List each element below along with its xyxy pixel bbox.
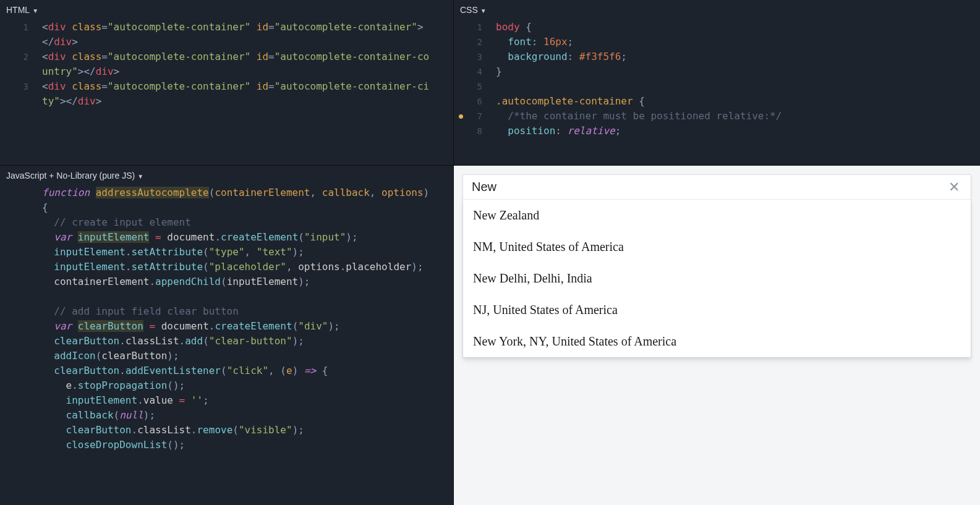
code-content: [42, 289, 453, 304]
code-content: inputElement.setAttribute("placeholder",…: [42, 260, 453, 274]
html-panel-header[interactable]: HTML ▼: [0, 0, 453, 20]
autocomplete-item[interactable]: NJ, United States of America: [463, 294, 971, 326]
autocomplete-item[interactable]: New Delhi, Delhi, India: [463, 263, 971, 294]
code-content: closeDropDownList();: [42, 438, 453, 452]
code-line[interactable]: callback(null);: [0, 408, 453, 423]
code-line[interactable]: 1<div class="autocomplete-container" id=…: [0, 20, 453, 49]
code-content: font: 16px;: [496, 35, 980, 49]
code-content: inputElement.value = '';: [42, 393, 453, 408]
code-content: var clearButton = document.createElement…: [42, 319, 453, 334]
line-number: 6: [454, 94, 496, 109]
code-content: var inputElement = document.createElemen…: [42, 230, 453, 245]
line-number: 8: [454, 124, 496, 138]
code-content: }: [496, 64, 980, 79]
css-panel: CSS ▼ 1body {2 font: 16px;3 background: …: [454, 0, 980, 165]
code-content: addIcon(clearButton);: [42, 349, 453, 363]
autocomplete-item[interactable]: New York, NY, United States of America: [463, 326, 971, 357]
code-line[interactable]: 3<div class="autocomplete-container" id=…: [0, 79, 453, 109]
line-number: 2: [0, 49, 42, 64]
code-line[interactable]: containerElement.appendChild(inputElemen…: [0, 274, 453, 289]
chevron-down-icon: ▼: [32, 7, 38, 14]
js-panel: JavaScript + No-Library (pure JS) ▼ func…: [0, 166, 453, 505]
code-line[interactable]: [0, 289, 453, 304]
code-content: e.stopPropagation();: [42, 378, 453, 393]
code-content: <div class="autocomplete-container" id="…: [42, 79, 453, 109]
code-line[interactable]: // create input element: [0, 215, 453, 230]
code-content: .autocomplete-container {: [496, 94, 980, 109]
code-content: clearButton.classList.add("clear-button"…: [42, 334, 453, 349]
code-line[interactable]: inputElement.setAttribute("type", "text"…: [0, 245, 453, 260]
chevron-down-icon: ▼: [137, 173, 143, 180]
html-panel: HTML ▼ 1<div class="autocomplete-contain…: [0, 0, 453, 165]
code-line[interactable]: inputElement.value = '';: [0, 393, 453, 408]
line-number: 1: [0, 20, 42, 35]
clear-button[interactable]: ✕: [946, 180, 962, 194]
code-content: containerElement.appendChild(inputElemen…: [42, 274, 453, 289]
code-line[interactable]: closeDropDownList();: [0, 438, 453, 452]
code-line[interactable]: 3 background: #f3f5f6;: [454, 49, 980, 64]
css-code-editor[interactable]: 1body {2 font: 16px;3 background: #f3f5f…: [454, 20, 980, 165]
line-number: 4: [454, 64, 496, 79]
code-content: /*the container must be positioned relat…: [496, 109, 980, 124]
css-panel-header[interactable]: CSS ▼: [454, 0, 980, 20]
autocomplete-dropdown: New ZealandNM, United States of AmericaN…: [463, 199, 971, 357]
code-line[interactable]: 2 font: 16px;: [454, 35, 980, 49]
code-line[interactable]: 6.autocomplete-container {: [454, 94, 980, 109]
code-line[interactable]: 5: [454, 79, 980, 94]
code-content: // add input field clear button: [42, 304, 453, 319]
chevron-down-icon: ▼: [480, 7, 487, 14]
line-number: 7: [454, 109, 496, 124]
js-code-editor[interactable]: function addressAutocomplete(containerEl…: [0, 185, 453, 505]
autocomplete-container: ✕ New ZealandNM, United States of Americ…: [462, 174, 971, 358]
line-number: 2: [454, 35, 496, 49]
result-panel: ✕ New ZealandNM, United States of Americ…: [454, 166, 980, 505]
code-content: clearButton.addEventListener("click", (e…: [42, 363, 453, 378]
autocomplete-input[interactable]: [472, 180, 946, 194]
code-content: // create input element: [42, 215, 453, 230]
code-line[interactable]: var clearButton = document.createElement…: [0, 319, 453, 334]
code-content: [496, 79, 980, 94]
code-content: <div class="autocomplete-container" id="…: [42, 20, 453, 49]
code-content: background: #f3f5f6;: [496, 49, 980, 64]
code-content: position: relative;: [496, 124, 980, 138]
code-content: clearButton.classList.remove("visible");: [42, 423, 453, 438]
html-panel-title: HTML: [6, 5, 30, 15]
code-line[interactable]: addIcon(clearButton);: [0, 349, 453, 363]
js-panel-title: JavaScript + No-Library (pure JS): [6, 171, 135, 180]
code-content: callback(null);: [42, 408, 453, 423]
line-number: 3: [454, 49, 496, 64]
code-line[interactable]: 7 /*the container must be positioned rel…: [454, 109, 980, 124]
code-content: function addressAutocomplete(containerEl…: [42, 185, 453, 215]
autocomplete-item[interactable]: NM, United States of America: [463, 231, 971, 263]
code-content: <div class="autocomplete-container" id="…: [42, 49, 453, 79]
code-line[interactable]: // add input field clear button: [0, 304, 453, 319]
code-line[interactable]: 2<div class="autocomplete-container" id=…: [0, 49, 453, 79]
css-panel-title: CSS: [460, 5, 478, 15]
close-icon: ✕: [948, 179, 960, 195]
line-number: 1: [454, 20, 496, 35]
line-number: 5: [454, 79, 496, 94]
code-line[interactable]: clearButton.classList.add("clear-button"…: [0, 334, 453, 349]
code-line[interactable]: e.stopPropagation();: [0, 378, 453, 393]
js-panel-header[interactable]: JavaScript + No-Library (pure JS) ▼: [0, 166, 453, 185]
code-line[interactable]: 4}: [454, 64, 980, 79]
line-number: 3: [0, 79, 42, 94]
code-line[interactable]: var inputElement = document.createElemen…: [0, 230, 453, 245]
code-line[interactable]: function addressAutocomplete(containerEl…: [0, 185, 453, 215]
warning-dot-icon: [459, 114, 463, 119]
autocomplete-item[interactable]: New Zealand: [463, 200, 971, 231]
code-content: inputElement.setAttribute("type", "text"…: [42, 245, 453, 260]
code-line[interactable]: clearButton.addEventListener("click", (e…: [0, 363, 453, 378]
code-line[interactable]: 8 position: relative;: [454, 124, 980, 138]
html-code-editor[interactable]: 1<div class="autocomplete-container" id=…: [0, 20, 453, 165]
code-line[interactable]: 1body {: [454, 20, 980, 35]
code-line[interactable]: inputElement.setAttribute("placeholder",…: [0, 260, 453, 274]
code-content: body {: [496, 20, 980, 35]
code-line[interactable]: clearButton.classList.remove("visible");: [0, 423, 453, 438]
autocomplete-input-row: ✕: [463, 175, 971, 199]
